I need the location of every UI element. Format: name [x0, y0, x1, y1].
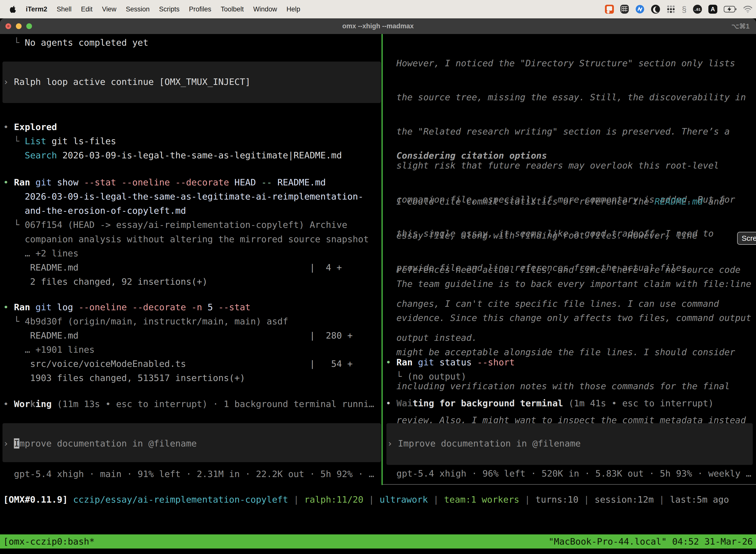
menu-item-edit[interactable]: Edit	[81, 5, 93, 13]
tmux-status-bar: [omx-cczip0:bash* "MacBook-Pro-44.local"…	[0, 535, 756, 549]
screen-overlay-tooltip: Scre	[737, 232, 756, 245]
messages-icon[interactable]	[605, 5, 614, 14]
readme-link[interactable]: README.md	[654, 196, 703, 207]
menu-item-shell[interactable]: Shell	[57, 5, 72, 13]
git-log-output: … +1901 lines	[3, 345, 94, 355]
explored-search-line: Search 2026-03-09-is-legal-the-same-as-l…	[3, 151, 342, 160]
menu-item-iterm2[interactable]: iTerm2	[26, 5, 47, 13]
menu-bar: iTerm2 Shell Edit View Session Scripts P…	[0, 0, 756, 18]
cmd-git-status: • Ran git status --short	[386, 357, 515, 367]
working-status-line: • Working (11m 13s • esc to interrupt) ·…	[3, 399, 374, 409]
tmux-host-clock: "MacBook-Pro-44.local" 04:52 31-Mar-26	[548, 535, 753, 549]
git-log-stat: src/voice/voiceModeEnabled.ts | 54 +	[3, 359, 353, 369]
apple-menu-icon[interactable]	[10, 5, 16, 13]
omx-branch-path: cczip/essay/ai-reimplementation-copyleft	[68, 494, 288, 505]
omx-turns: turns:10	[536, 494, 578, 505]
menu-item-window[interactable]: Window	[253, 5, 277, 13]
cmd-git-show-wrap: 2026-03-09-is-legal-the-same-as-legitima…	[3, 191, 363, 202]
omx-team: team:1 workers	[444, 494, 519, 505]
git-show-output: … +2 lines	[3, 248, 78, 258]
omx-status-bar: [OMX#0.11.9] cczip/essay/ai-reimplementa…	[3, 495, 729, 505]
crescent-icon[interactable]	[651, 5, 660, 14]
git-show-output: companion analysis without altering the …	[3, 234, 369, 244]
prompt-input-box[interactable]: › Improve documentation in @filename	[2, 423, 381, 462]
explored-list-line: └ List git ls-files	[3, 136, 116, 146]
git-show-stat: README.md | 4 +	[3, 263, 342, 273]
dots-grid-icon[interactable]	[667, 5, 675, 14]
cmd-git-log: • Ran git log --oneline --decorate -n 5 …	[3, 302, 251, 312]
model-status-line: gpt-5.4 xhigh · main · 91% left · 2.31M …	[3, 469, 374, 479]
menu-item-scripts[interactable]: Scripts	[159, 5, 180, 13]
menu-item-profiles[interactable]: Profiles	[189, 5, 211, 13]
git-show-output: └ 067f154 (HEAD -> essay/ai-reimplementa…	[3, 220, 347, 230]
omx-ralph-counter: ralph:11/20	[304, 494, 363, 505]
grid-shield-icon[interactable]	[620, 5, 629, 14]
reasoning-heading: Considering citation options	[386, 151, 547, 161]
inject-input-box[interactable]: › Ralph loop active continue [OMX_TMUX_I…	[2, 62, 381, 103]
agents-note: └ No agents completed yet	[3, 38, 148, 48]
menu-status-icons: § ..61 A	[605, 0, 753, 18]
terminal-pane-right[interactable]: However, I noticed the "Directory Struct…	[383, 34, 756, 484]
git-show-stat: 2 files changed, 92 insertions(+)	[3, 277, 208, 287]
git-log-stat: README.md | 280 +	[3, 331, 353, 340]
cmd-git-show-wrap: and-the-erosion-of-copyleft.md	[3, 206, 186, 216]
battery-icon[interactable]	[724, 5, 737, 13]
git-log-stat: 1903 files changed, 513517 insertions(+)	[3, 373, 245, 383]
window-title: omx --xhigh --madmax	[0, 18, 756, 34]
terminal-pane-left[interactable]: └ No agents completed yet › Ralph loop a…	[0, 34, 381, 484]
git-status-output: └ (no output)	[386, 372, 466, 382]
battery-percent-icon[interactable]: ..61	[693, 5, 702, 14]
prompt-input-box[interactable]: › Improve documentation in @filename	[386, 423, 753, 465]
explored-header: • Explored	[3, 122, 57, 132]
omx-mode: ultrawork	[379, 494, 428, 505]
menu-item-help[interactable]: Help	[287, 5, 300, 13]
omx-session: session:12m	[594, 494, 653, 505]
git-log-output: └ 4b9d30f (origin/main, instructkr/main,…	[3, 317, 288, 326]
assistant-app-icon[interactable]: A	[708, 5, 717, 14]
window-shortcut-badge: ⌥⌘1	[732, 18, 750, 34]
text-cursor: I	[14, 438, 19, 448]
wifi-icon[interactable]	[743, 5, 753, 13]
squiggle-icon[interactable]: §	[682, 5, 687, 14]
menu-item-session[interactable]: Session	[126, 5, 149, 13]
model-status-line: gpt-5.4 xhigh · 96% left · 520K in · 5.8…	[386, 468, 751, 479]
window-titlebar[interactable]: omx --xhigh --madmax ⌥⌘1	[0, 18, 756, 34]
omx-last-activity: last:5m ago	[670, 494, 729, 505]
waiting-status-line: • Waiting for background terminal (1m 41…	[386, 398, 713, 408]
omx-version: [OMX#0.11.9]	[3, 494, 68, 505]
nav-zigzag-icon[interactable]	[635, 4, 645, 14]
menu-item-toolbelt[interactable]: Toolbelt	[221, 5, 244, 13]
tmux-session-name[interactable]: [omx-cczip0:bash*	[3, 535, 94, 549]
cmd-git-show: • Ran git show --stat --oneline --decora…	[3, 177, 326, 187]
menu-item-view[interactable]: View	[102, 5, 116, 13]
